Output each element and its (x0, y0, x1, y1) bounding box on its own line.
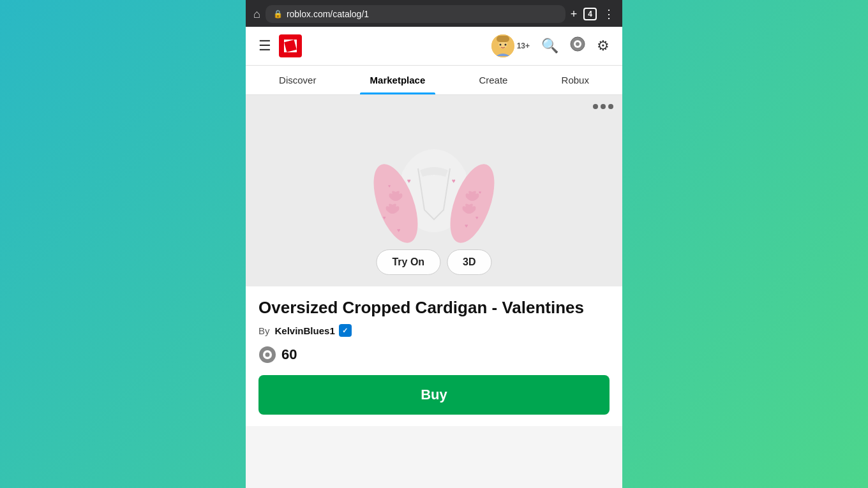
search-icon[interactable]: 🔍 (541, 38, 558, 54)
svg-point-6 (504, 44, 506, 46)
author-name[interactable]: KelvinBlues1 (275, 325, 335, 336)
by-label: By (258, 325, 270, 336)
content-area: ♥ ♥ ♥ ♥ ♥ ♥ ♥ ♥ Try On 3D (246, 95, 622, 488)
add-tab-icon[interactable]: + (571, 8, 578, 21)
svg-text:♥: ♥ (383, 215, 386, 221)
more-options-button[interactable] (593, 104, 613, 109)
product-title: Oversized Cropped Cardigan - Valentines (258, 298, 610, 318)
nav-bar: Discover Marketplace Create Robux (246, 66, 622, 95)
roblox-logo-svg (282, 38, 299, 54)
nav-create[interactable]: Create (468, 66, 518, 94)
3d-button[interactable]: 3D (447, 249, 491, 275)
avatar-area[interactable]: 13+ (491, 34, 530, 57)
svg-text:♥: ♥ (465, 223, 468, 229)
home-icon[interactable]: ⌂ (253, 8, 260, 21)
product-action-buttons: Try On 3D (376, 249, 491, 275)
settings-icon[interactable]: ⚙ (597, 38, 610, 54)
svg-point-9 (576, 42, 580, 46)
browser-actions: + 4 ⋮ (571, 7, 615, 21)
dot2 (601, 104, 606, 109)
svg-rect-4 (497, 36, 509, 42)
buy-button[interactable]: Buy (258, 375, 610, 415)
address-bar[interactable]: 🔒 roblox.com/catalog/1 (266, 5, 565, 23)
dot1 (593, 104, 598, 109)
nav-marketplace[interactable]: Marketplace (360, 66, 436, 94)
roblox-header: ☰ 13+ 🔍 (246, 27, 622, 66)
product-details: Oversized Cropped Cardigan - Valentines … (246, 286, 622, 426)
robux-price-icon (258, 346, 276, 364)
svg-text:♥: ♥ (479, 190, 481, 195)
dot3 (608, 104, 613, 109)
try-on-button[interactable]: Try On (376, 249, 440, 275)
nav-discover[interactable]: Discover (269, 66, 326, 94)
address-text: roblox.com/catalog/1 (287, 9, 558, 19)
svg-text:♥: ♥ (452, 177, 456, 184)
avatar-svg (491, 34, 514, 57)
product-illustration: ♥ ♥ ♥ ♥ ♥ ♥ ♥ ♥ (351, 121, 517, 261)
phone-frame: ⌂ 🔒 roblox.com/catalog/1 + 4 ⋮ ☰ (246, 0, 622, 488)
nav-robux[interactable]: Robux (551, 66, 599, 94)
browser-chrome: ⌂ 🔒 roblox.com/catalog/1 + 4 ⋮ (246, 0, 622, 27)
svg-text:♥: ♥ (388, 184, 391, 188)
lock-icon: 🔒 (273, 10, 283, 18)
robux-logo-icon (570, 36, 585, 52)
roblox-logo[interactable] (279, 34, 302, 57)
browser-more-icon[interactable]: ⋮ (603, 7, 615, 21)
product-author: By KelvinBlues1 ✓ (258, 324, 610, 337)
svg-text:♥: ♥ (475, 215, 479, 221)
age-badge: 13+ (517, 41, 530, 50)
hamburger-icon[interactable]: ☰ (258, 38, 271, 54)
svg-point-5 (499, 44, 501, 46)
price-value: 60 (281, 346, 297, 363)
svg-text:♥: ♥ (397, 227, 400, 233)
svg-point-24 (266, 353, 270, 357)
robux-icon[interactable] (570, 36, 585, 55)
svg-text:♥: ♥ (407, 177, 411, 184)
avatar (491, 34, 514, 57)
product-price: 60 (258, 346, 610, 364)
product-image-container: ♥ ♥ ♥ ♥ ♥ ♥ ♥ ♥ Try On 3D (246, 95, 622, 286)
tab-count[interactable]: 4 (583, 8, 597, 20)
verified-badge: ✓ (339, 324, 352, 337)
